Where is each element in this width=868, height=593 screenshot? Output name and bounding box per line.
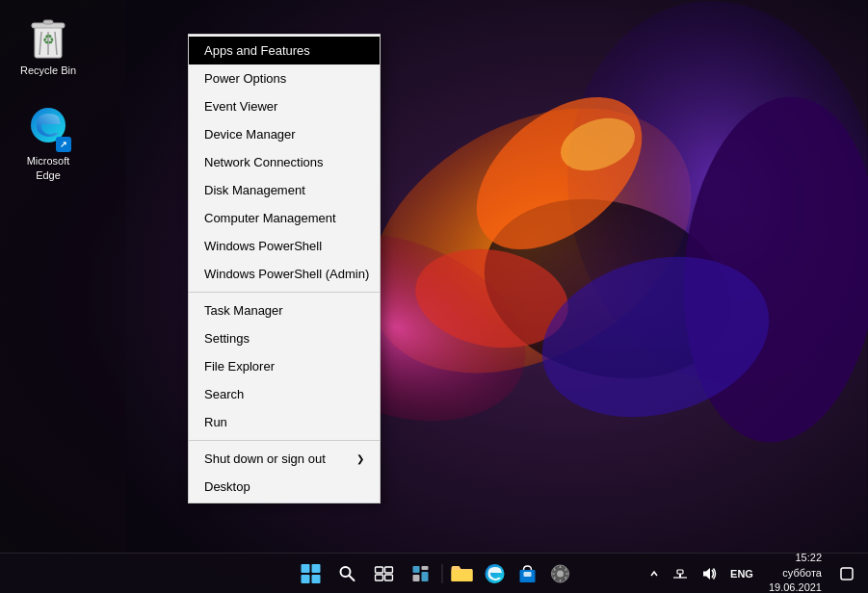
menu-separator-1 [189,292,380,293]
svg-rect-30 [412,575,419,581]
menu-item-file-explorer[interactable]: File Explorer [189,352,380,380]
desktop: ♻ Recycle Bin [0,0,868,593]
svg-rect-28 [412,566,419,573]
menu-item-powershell[interactable]: Windows PowerShell [189,232,380,260]
language-indicator[interactable]: ENG [726,566,757,581]
store-button[interactable] [512,558,542,589]
svg-rect-29 [421,566,428,570]
menu-item-power-options[interactable]: Power Options [189,64,380,92]
svg-rect-31 [421,572,428,581]
svg-rect-26 [375,575,382,580]
menu-item-computer-management[interactable]: Computer Management [189,204,380,232]
svg-rect-24 [375,567,382,573]
widgets-button[interactable] [403,556,437,591]
search-button[interactable] [329,556,364,591]
menu-item-run[interactable]: Run [189,408,380,436]
svg-point-37 [557,570,564,577]
menu-item-event-viewer[interactable]: Event Viewer [189,92,380,120]
recycle-bin-image: ♻ [25,13,71,60]
settings-taskbar-button[interactable] [544,558,575,589]
show-hidden-icons-button[interactable] [645,567,663,580]
taskbar-center [293,556,575,591]
svg-rect-41 [841,568,853,580]
task-view-button[interactable] [366,556,401,591]
menu-item-disk-management[interactable]: Disk Management [189,176,380,204]
recycle-bin-label: Recycle Bin [20,64,76,77]
svg-rect-19 [311,564,320,573]
menu-item-network-connections[interactable]: Network Connections [189,148,380,176]
svg-rect-25 [384,567,392,573]
network-icon[interactable] [669,564,692,583]
taskbar-right: ENG 15:22 суббота 19.06.2021 [645,549,860,593]
menu-item-task-manager[interactable]: Task Manager [189,296,380,324]
edge-label: MicrosoftEdge [27,154,70,182]
menu-item-device-manager[interactable]: Device Manager [189,120,380,148]
svg-rect-12 [43,20,53,24]
desktop-icons: ♻ Recycle Bin [10,10,87,186]
system-clock[interactable]: 15:22 суббота 19.06.2021 [763,549,828,593]
menu-item-settings[interactable]: Settings [189,324,380,352]
taskbar-sep-1 [441,564,442,583]
svg-rect-21 [311,575,320,583]
clock-time: 15:22 [769,551,822,565]
volume-icon[interactable] [697,565,721,582]
clock-day: суббота [769,566,822,580]
menu-item-desktop[interactable]: Desktop [189,473,380,501]
svg-rect-18 [301,564,309,573]
svg-line-23 [349,576,354,580]
svg-rect-35 [523,572,531,577]
start-button[interactable] [293,556,328,591]
shutdown-arrow-icon: ❯ [356,453,364,464]
svg-rect-32 [451,570,472,581]
taskbar: ENG 15:22 суббота 19.06.2021 [0,553,868,593]
menu-item-search[interactable]: Search [189,380,380,408]
svg-text:♻: ♻ [42,32,55,47]
edge-shortcut-badge: ↗ [56,137,71,152]
context-menu: Apps and Features Power Options Event Vi… [188,34,381,503]
clock-date: 19.06.2021 [769,580,822,593]
svg-rect-38 [677,570,683,574]
edge-image: ↗ [25,104,71,150]
edge-taskbar-button[interactable] [479,558,510,589]
svg-rect-27 [384,575,392,580]
svg-rect-20 [301,575,309,583]
menu-item-powershell-admin[interactable]: Windows PowerShell (Admin) [189,260,380,288]
recycle-bin-icon[interactable]: ♻ Recycle Bin [10,10,87,81]
menu-item-apps-features[interactable]: Apps and Features [189,37,380,64]
notification-button[interactable] [833,560,860,587]
menu-item-shutdown[interactable]: Shut down or sign out ❯ [189,445,380,473]
file-explorer-button[interactable] [446,558,477,589]
menu-separator-2 [189,440,380,441]
edge-icon[interactable]: ↗ MicrosoftEdge [10,100,87,186]
